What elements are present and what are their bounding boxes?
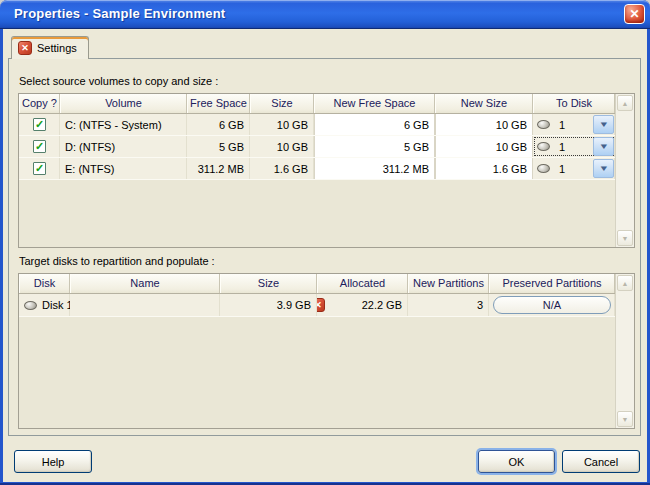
allocated-cell: ✕ 22.2 GB bbox=[317, 294, 408, 316]
scroll-down-icon: ▼ bbox=[622, 235, 629, 242]
check-icon: ✓ bbox=[35, 119, 44, 130]
target-disks-table: Disk Name Size Allocated New Partitions … bbox=[18, 273, 635, 429]
size-cell: 10 GB bbox=[250, 114, 314, 135]
cancel-button[interactable]: Cancel bbox=[562, 450, 640, 473]
copy-cell: ✓ bbox=[19, 158, 60, 179]
scroll-up-icon: ▲ bbox=[622, 100, 629, 107]
new-free-space-field[interactable]: 5 GB bbox=[314, 136, 435, 157]
scroll-up-button[interactable]: ▲ bbox=[617, 95, 633, 111]
source-volumes-table: Copy ? Volume Free Space Size New Free S… bbox=[18, 93, 635, 248]
new-free-space-field[interactable]: 311.2 MB bbox=[314, 158, 435, 179]
target-disks-label: Target disks to repartition and populate… bbox=[19, 255, 215, 267]
column-header-to-disk[interactable]: To Disk bbox=[533, 94, 615, 114]
column-header-free-space[interactable]: Free Space bbox=[187, 94, 250, 114]
column-header-preserved-partitions[interactable]: Preserved Partitions bbox=[489, 274, 615, 294]
column-header-copy[interactable]: Copy ? bbox=[19, 94, 60, 114]
to-disk-value: 1 bbox=[559, 163, 565, 175]
help-button[interactable]: Help bbox=[14, 450, 92, 473]
column-header-volume[interactable]: Volume bbox=[60, 94, 187, 114]
scroll-down-button[interactable]: ▼ bbox=[617, 411, 633, 427]
settings-tab-icon: ✕ bbox=[18, 41, 32, 55]
table-row-volume-d: ✓ D: (NTFS) 5 GB 10 GB 5 GB 10 GB 1 ▼ bbox=[19, 136, 615, 158]
source-table-scrollbar[interactable]: ▲ ▼ bbox=[615, 94, 634, 247]
table-row-volume-c: ✓ C: (NTFS - System) 6 GB 10 GB 6 GB 10 … bbox=[19, 114, 615, 136]
chevron-down-icon: ▼ bbox=[598, 121, 609, 129]
free-space-cell: 5 GB bbox=[187, 136, 250, 157]
column-header-name[interactable]: Name bbox=[70, 274, 220, 294]
scroll-up-icon: ▲ bbox=[622, 280, 629, 287]
size-cell: 1.6 GB bbox=[250, 158, 314, 179]
to-disk-value: 1 bbox=[559, 141, 565, 153]
disk-cell: Disk 1 bbox=[19, 294, 70, 316]
close-icon: ✕ bbox=[629, 7, 639, 21]
column-header-size[interactable]: Size bbox=[220, 274, 317, 294]
free-space-cell: 311.2 MB bbox=[187, 158, 250, 179]
preserved-partitions-cell: N/A bbox=[489, 294, 615, 316]
table-row-disk-1: Disk 1 3.9 GB ✕ 22.2 GB 3 N/A bbox=[19, 294, 615, 317]
ok-button[interactable]: OK bbox=[478, 450, 555, 473]
scroll-down-button[interactable]: ▼ bbox=[617, 230, 633, 246]
column-header-disk[interactable]: Disk bbox=[19, 274, 70, 294]
disk-size-cell: 3.9 GB bbox=[220, 294, 317, 316]
new-size-field[interactable]: 10 GB bbox=[435, 114, 533, 135]
source-volumes-label: Select source volumes to copy and size : bbox=[19, 75, 218, 87]
close-button[interactable]: ✕ bbox=[624, 4, 645, 24]
disk-icon bbox=[537, 164, 550, 173]
to-disk-cell: 1 ▼ bbox=[533, 158, 615, 179]
volume-cell: D: (NTFS) bbox=[60, 136, 187, 157]
to-disk-cell-focused: 1 ▼ bbox=[533, 136, 615, 157]
settings-tab-label: Settings bbox=[37, 42, 77, 54]
source-table-header: Copy ? Volume Free Space Size New Free S… bbox=[19, 94, 615, 114]
free-space-cell: 6 GB bbox=[187, 114, 250, 135]
disk-icon bbox=[537, 142, 550, 151]
tab-settings[interactable]: ✕ Settings bbox=[11, 36, 89, 59]
preserved-partitions-button[interactable]: N/A bbox=[493, 296, 611, 314]
new-size-field[interactable]: 10 GB bbox=[435, 136, 533, 157]
column-header-size[interactable]: Size bbox=[250, 94, 314, 114]
volume-cell: C: (NTFS - System) bbox=[60, 114, 187, 135]
to-disk-dropdown-button[interactable]: ▼ bbox=[593, 115, 614, 134]
column-header-new-partitions[interactable]: New Partitions bbox=[408, 274, 489, 294]
check-icon: ✓ bbox=[35, 163, 44, 174]
properties-dialog: Properties - Sample Environment ✕ ✕ Sett… bbox=[0, 0, 650, 485]
title-bar[interactable]: Properties - Sample Environment ✕ bbox=[0, 0, 650, 29]
target-table-scrollbar[interactable]: ▲ ▼ bbox=[615, 274, 634, 428]
column-header-new-free-space[interactable]: New Free Space bbox=[314, 94, 435, 114]
copy-checkbox[interactable]: ✓ bbox=[33, 140, 46, 153]
size-cell: 10 GB bbox=[250, 136, 314, 157]
to-disk-dropdown-button[interactable]: ▼ bbox=[593, 137, 614, 156]
new-partitions-cell: 3 bbox=[408, 294, 489, 316]
copy-checkbox[interactable]: ✓ bbox=[33, 162, 46, 175]
volume-cell: E: (NTFS) bbox=[60, 158, 187, 179]
scroll-down-icon: ▼ bbox=[622, 416, 629, 423]
copy-cell: ✓ bbox=[19, 114, 60, 135]
chevron-down-icon: ▼ bbox=[598, 143, 609, 151]
target-table-header: Disk Name Size Allocated New Partitions … bbox=[19, 274, 615, 294]
column-header-new-size[interactable]: New Size bbox=[435, 94, 533, 114]
disk-icon bbox=[537, 120, 550, 129]
disk-icon bbox=[24, 301, 37, 310]
to-disk-dropdown-button[interactable]: ▼ bbox=[593, 159, 614, 178]
name-cell bbox=[70, 294, 220, 316]
to-disk-value: 1 bbox=[559, 119, 565, 131]
chevron-down-icon: ▼ bbox=[598, 165, 609, 173]
new-size-field[interactable]: 1.6 GB bbox=[435, 158, 533, 179]
scroll-up-button[interactable]: ▲ bbox=[617, 275, 633, 291]
copy-checkbox[interactable]: ✓ bbox=[33, 118, 46, 131]
to-disk-cell: 1 ▼ bbox=[533, 114, 615, 135]
window-title: Properties - Sample Environment bbox=[14, 0, 225, 28]
column-header-allocated[interactable]: Allocated bbox=[317, 274, 408, 294]
copy-cell: ✓ bbox=[19, 136, 60, 157]
settings-page: Select source volumes to copy and size :… bbox=[8, 58, 641, 436]
warning-icon: ✕ bbox=[317, 298, 325, 312]
disk-label: Disk 1 bbox=[42, 299, 70, 311]
new-free-space-field[interactable]: 6 GB bbox=[314, 114, 435, 135]
allocated-value: 22.2 GB bbox=[362, 299, 402, 311]
table-row-volume-e: ✓ E: (NTFS) 311.2 MB 1.6 GB 311.2 MB 1.6… bbox=[19, 158, 615, 180]
check-icon: ✓ bbox=[35, 141, 44, 152]
